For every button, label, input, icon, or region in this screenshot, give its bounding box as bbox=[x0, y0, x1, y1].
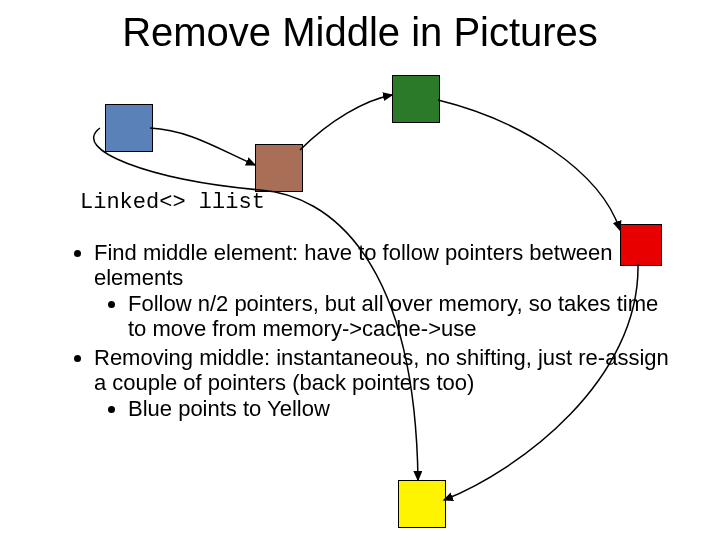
slide-title: Remove Middle in Pictures bbox=[0, 10, 720, 55]
slide: Remove Middle in Pictures Linked<> llist… bbox=[0, 0, 720, 540]
linked-node-blue bbox=[105, 104, 153, 152]
bullet-2: Removing middle: instantaneous, no shift… bbox=[94, 345, 670, 421]
linked-node-brown bbox=[255, 144, 303, 192]
linked-node-yellow bbox=[398, 480, 446, 528]
bullet-list: Find middle element: have to follow poin… bbox=[70, 240, 670, 425]
bullet-1: Find middle element: have to follow poin… bbox=[94, 240, 670, 341]
bullet-1-text: Find middle element: have to follow poin… bbox=[94, 240, 613, 290]
bullet-1a: Follow n/2 pointers, but all over memory… bbox=[128, 291, 670, 342]
bullet-2a: Blue points to Yellow bbox=[128, 396, 670, 421]
linked-node-green bbox=[392, 75, 440, 123]
bullet-2-text: Removing middle: instantaneous, no shift… bbox=[94, 345, 669, 395]
code-label: Linked<> llist bbox=[80, 190, 265, 215]
